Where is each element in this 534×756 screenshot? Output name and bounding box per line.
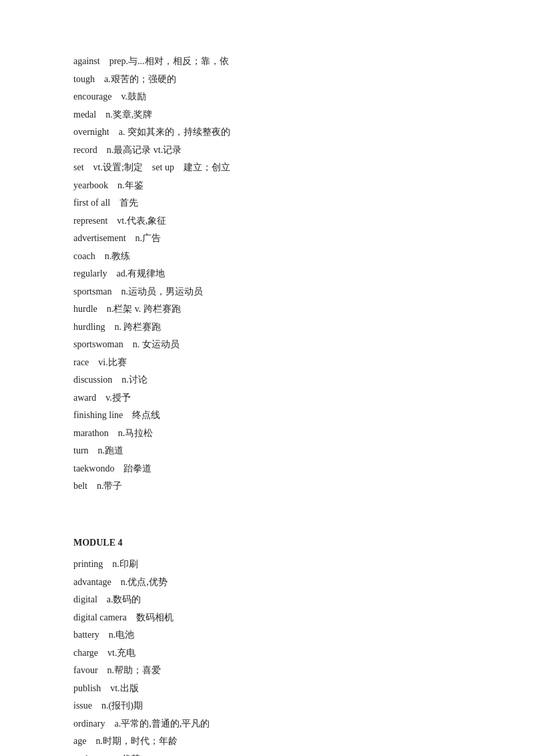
vocab-entry: replace vt. 代替 xyxy=(73,751,461,757)
vocab-entry: represent vt.代表,象征 xyxy=(73,213,461,230)
vocab-entry: overnight a. 突如其来的，持续整夜的 xyxy=(73,124,461,141)
vocab-entry: turn n.跑道 xyxy=(73,443,461,459)
vocab-entry: discussion n.讨论 xyxy=(73,372,461,389)
vocab-entry: belt n.带子 xyxy=(73,478,461,495)
vocab-entry: award v.授予 xyxy=(73,390,461,407)
vocab-entry: issue n.(报刊)期 xyxy=(73,698,461,715)
vocab-entry: age n.时期，时代；年龄 xyxy=(73,733,461,750)
vocab-entry: first of all 首先 xyxy=(73,195,461,212)
module4-section: MODULE 4 printing n.印刷advantage n.优点,优势d… xyxy=(73,535,461,757)
vocab-entry: record n.最高记录 vt.记录 xyxy=(73,142,461,159)
module3-section: against prep.与...相对，相反；靠，依tough a.艰苦的；强硬… xyxy=(73,53,461,495)
vocab-entry: marathon n.马拉松 xyxy=(73,425,461,442)
vocab-entry: advantage n.优点,优势 xyxy=(73,574,461,591)
vocab-entry: favour n.帮助；喜爱 xyxy=(73,663,461,679)
vocab-entry: tough a.艰苦的；强硬的 xyxy=(73,71,461,88)
vocab-entry: against prep.与...相对，相反；靠，依 xyxy=(73,53,461,70)
vocab-entry: regularly ad.有规律地 xyxy=(73,266,461,282)
vocab-entry: hurdle n.栏架 v. 跨栏赛跑 xyxy=(73,301,461,318)
vocab-entry: digital a.数码的 xyxy=(73,592,461,608)
vocab-entry: ordinary a.平常的,普通的,平凡的 xyxy=(73,716,461,733)
vocab-entry: sportswoman n. 女运动员 xyxy=(73,337,461,353)
vocab-entry: finishing line 终点线 xyxy=(73,407,461,424)
vocab-entry: battery n.电池 xyxy=(73,627,461,644)
vocab-entry: yearbook n.年鉴 xyxy=(73,178,461,194)
vocab-entry: digital camera 数码相机 xyxy=(73,610,461,626)
vocab-entry: advertisement n.广告 xyxy=(73,230,461,247)
vocab-entry: set vt.设置;制定 set up 建立；创立 xyxy=(73,160,461,176)
vocab-entry: publish vt.出版 xyxy=(73,681,461,697)
vocab-entry: encourage v.鼓励 xyxy=(73,89,461,106)
vocab-entry: taekwondo 跆拳道 xyxy=(73,461,461,478)
vocab-entry: race vi.比赛 xyxy=(73,355,461,371)
vocab-entry: hurdling n. 跨栏赛跑 xyxy=(73,319,461,336)
vocab-entry: sportsman n.运动员，男运动员 xyxy=(73,284,461,301)
module4-title: MODULE 4 xyxy=(73,535,461,552)
vocab-entry: charge vt.充电 xyxy=(73,645,461,662)
vocab-entry: coach n.教练 xyxy=(73,248,461,265)
vocab-entry: printing n.印刷 xyxy=(73,556,461,573)
vocab-entry: medal n.奖章,奖牌 xyxy=(73,107,461,124)
